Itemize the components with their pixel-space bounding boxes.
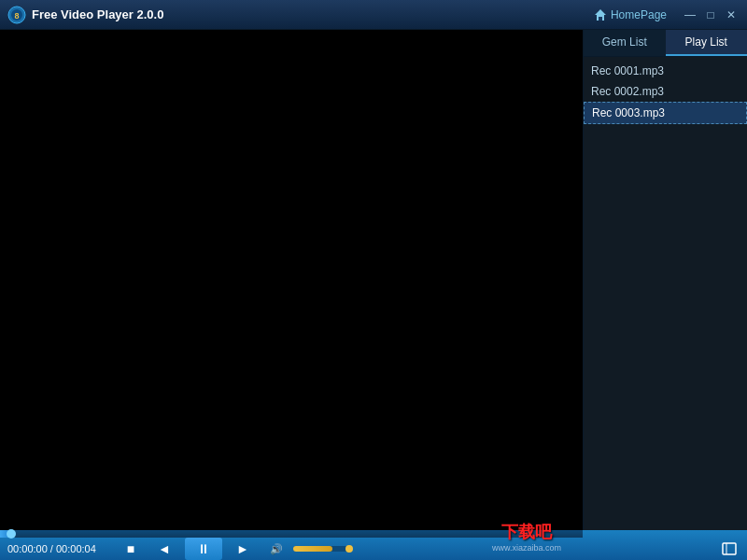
close-button[interactable]: ✕ bbox=[723, 7, 740, 23]
minimize-button[interactable]: — bbox=[682, 7, 698, 23]
sidebar: Gem List Play List Rec 0001.mp3 Rec 0002… bbox=[583, 30, 747, 530]
homepage-label: HomePage bbox=[611, 8, 667, 21]
volume-thumb bbox=[345, 545, 353, 553]
homepage-link[interactable]: HomePage bbox=[594, 8, 667, 21]
play-pause-button[interactable]: ⏸ bbox=[185, 538, 222, 560]
sidebar-tabs: Gem List Play List bbox=[584, 30, 747, 57]
controls-bar: 00:00:00 / 00:00:04 ■ ◄ ⏸ ► 🔊 bbox=[0, 530, 747, 560]
title-left: 8 Free Video Player 2.0.0 bbox=[7, 6, 163, 24]
fullscreen-icon bbox=[722, 542, 737, 555]
svg-rect-5 bbox=[723, 543, 736, 554]
volume-button[interactable]: 🔊 bbox=[263, 539, 289, 559]
fullscreen-button[interactable] bbox=[719, 539, 740, 559]
progress-fill bbox=[0, 530, 11, 538]
main-layout: Gem List Play List Rec 0001.mp3 Rec 0002… bbox=[0, 30, 747, 530]
volume-control: 🔊 bbox=[263, 539, 349, 559]
progress-track[interactable] bbox=[0, 530, 583, 538]
svg-text:8: 8 bbox=[14, 11, 19, 21]
svg-rect-4 bbox=[599, 17, 602, 21]
volume-track[interactable] bbox=[293, 546, 349, 552]
video-area bbox=[0, 30, 583, 530]
time-display: 00:00:00 / 00:00:04 bbox=[7, 543, 110, 554]
controls-bottom: 00:00:00 / 00:00:04 ■ ◄ ⏸ ► 🔊 bbox=[0, 538, 747, 560]
playlist-items: Rec 0001.mp3 Rec 0002.mp3 Rec 0003.mp3 bbox=[584, 57, 747, 530]
tab-gem-list[interactable]: Gem List bbox=[584, 30, 666, 56]
prev-button[interactable]: ◄ bbox=[151, 539, 177, 559]
app-title: Free Video Player 2.0.0 bbox=[32, 7, 163, 21]
playlist-item[interactable]: Rec 0001.mp3 bbox=[584, 61, 747, 81]
stop-button[interactable]: ■ bbox=[118, 539, 144, 559]
home-icon bbox=[594, 8, 607, 21]
app-icon: 8 bbox=[7, 6, 26, 24]
volume-fill bbox=[293, 546, 332, 552]
title-bar: 8 Free Video Player 2.0.0 HomePage — □ ✕ bbox=[0, 0, 747, 30]
playlist-item-selected[interactable]: Rec 0003.mp3 bbox=[584, 102, 747, 124]
next-button[interactable]: ► bbox=[230, 539, 256, 559]
playlist-item[interactable]: Rec 0002.mp3 bbox=[584, 81, 747, 102]
tab-play-list[interactable]: Play List bbox=[666, 30, 748, 56]
maximize-button[interactable]: □ bbox=[702, 7, 719, 23]
window-controls: — □ ✕ bbox=[682, 7, 740, 23]
title-right: HomePage — □ ✕ bbox=[594, 7, 740, 23]
